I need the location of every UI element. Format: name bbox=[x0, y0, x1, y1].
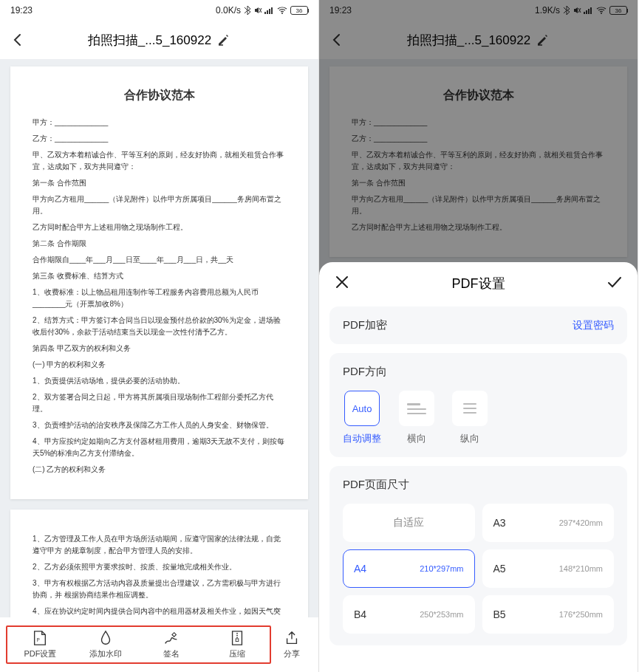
mute-icon bbox=[253, 6, 262, 15]
encrypt-label: PDF加密 bbox=[343, 318, 387, 332]
doc-area[interactable]: 合作协议范本 甲方：_____________乙方：_____________甲… bbox=[0, 59, 318, 617]
page-title: 拍照扫描_...5_160922 bbox=[27, 32, 292, 49]
bb-pdf-settings[interactable]: P PDF设置 bbox=[7, 630, 73, 659]
encrypt-set-password[interactable]: 设置密码 bbox=[573, 319, 614, 332]
pagesize-name: B4 bbox=[354, 608, 366, 620]
pagesize-name: A5 bbox=[493, 563, 506, 575]
doc-line: 3、甲方有权根据乙方活动内容及质量提出合理建议，乙方需积极与甲方进行协商，并 根… bbox=[33, 577, 286, 601]
pagesize-name: B5 bbox=[493, 608, 506, 620]
doc-line: 4、应在协议约定时间内提供合同内容中的租用器材及相关作业，如因天气突变及不可抗力 bbox=[33, 606, 286, 617]
pdf-icon: P bbox=[32, 630, 48, 646]
pagesize-dim: 148*210mm bbox=[559, 564, 603, 573]
doc-line: 第三条 收费标准、结算方式 bbox=[33, 270, 286, 282]
svg-rect-3 bbox=[271, 7, 273, 14]
phone-right: 19:23 1.9K/s 36 拍照扫描_...5_160922 合作协议范本 … bbox=[319, 0, 638, 672]
orientation-box-icon bbox=[399, 391, 434, 426]
pagesize-a3[interactable]: A3297*420mm bbox=[482, 504, 615, 542]
doc-line: 第四条 甲乙双方的权利和义务 bbox=[33, 343, 286, 354]
pagesize-auto[interactable]: 自适应 bbox=[343, 504, 475, 542]
pagesize-b4[interactable]: B4250*253mm bbox=[343, 595, 475, 634]
water-icon bbox=[98, 630, 114, 646]
pagesize-name: A4 bbox=[354, 563, 366, 575]
check-icon bbox=[606, 274, 623, 290]
close-icon bbox=[334, 274, 350, 290]
phone-left: 19:23 0.0K/s 36 拍照扫描_...5_160922 合作协议范本 … bbox=[0, 0, 319, 672]
orientation-option-label: 自动调整 bbox=[343, 432, 381, 445]
orientation-box-icon: Auto bbox=[344, 391, 380, 426]
doc-line: 甲、乙双方本着精诚合作、平等互利的原则，经友好协商，就相关租赁合作事宜，达成如下… bbox=[33, 149, 286, 173]
pagesize-dim: 176*250mm bbox=[559, 610, 603, 619]
doc-line: 合作期限自____年___月___日至____年___月___日，共__天 bbox=[33, 254, 286, 266]
status-time: 19:23 bbox=[10, 5, 33, 16]
status-bar: 19:23 0.0K/s 36 bbox=[0, 0, 318, 21]
battery-icon: 36 bbox=[290, 6, 308, 15]
doc-body: 甲方：_____________乙方：_____________甲、乙双方本着精… bbox=[33, 117, 286, 476]
edit-icon[interactable] bbox=[217, 33, 230, 47]
pagesize-a4[interactable]: A4210*297mm bbox=[343, 549, 475, 588]
doc-line: 2、结算方式：甲方签订本合同当日以现金预付总价款的30%为定金，进场验收后付30… bbox=[33, 315, 286, 338]
doc-line: 1、负责提供活动场地，提供必要的活动协助。 bbox=[33, 375, 286, 387]
bb-signature[interactable]: 签名 bbox=[139, 630, 205, 659]
doc-line: 1、收费标准：以上物品租用连制作等工程服务内容费用总额为人民币________元… bbox=[33, 287, 286, 310]
doc-line: (二) 乙方的权利和义务 bbox=[33, 464, 286, 476]
doc-line: 甲方：_____________ bbox=[33, 117, 286, 128]
orientation-box-icon bbox=[452, 391, 488, 426]
status-icons bbox=[244, 6, 287, 15]
doc-line: 乙方：_____________ bbox=[33, 133, 286, 145]
doc-line: (一) 甲方的权利和义务 bbox=[33, 359, 286, 371]
svg-rect-0 bbox=[264, 12, 266, 14]
confirm-button[interactable] bbox=[606, 274, 623, 293]
doc-line: 第一条 合作范围 bbox=[33, 177, 286, 189]
svg-rect-2 bbox=[269, 9, 270, 14]
sheet-title: PDF设置 bbox=[452, 275, 505, 292]
orientation-option-v[interactable]: 纵向 bbox=[452, 391, 488, 445]
card-orientation: PDF方向 Auto自动调整横向纵向 bbox=[329, 353, 627, 457]
signal-icon bbox=[264, 7, 275, 14]
svg-rect-6 bbox=[236, 639, 239, 642]
pagesize-dim: 210*297mm bbox=[420, 564, 463, 573]
doc-page-1: 合作协议范本 甲方：_____________乙方：_____________甲… bbox=[10, 66, 308, 499]
bb-compress[interactable]: 压缩 bbox=[204, 630, 270, 659]
bottom-bar: P PDF设置 添加水印 签名 压缩 分享 bbox=[3, 620, 315, 669]
svg-rect-1 bbox=[267, 10, 268, 14]
sign-icon bbox=[163, 630, 180, 646]
doc-line: 乙方同时配合甲方上述租用物之现场制作工程。 bbox=[33, 222, 286, 233]
doc-line: 2、乙方必须依照甲方要求按时、按质、按量地完成相关作业。 bbox=[33, 561, 286, 573]
pagesize-a5[interactable]: A5148*210mm bbox=[482, 549, 615, 588]
doc-title: 合作协议范本 bbox=[33, 86, 286, 105]
doc-line: 甲方向乙方租用______（详见附件）以作甲方所属项目______务房间布置之用… bbox=[33, 193, 286, 217]
card-pagesize: PDF页面尺寸 自适应A3297*420mmA4210*297mmA5148*2… bbox=[329, 466, 627, 645]
doc-line: 1、乙方管理及工作人员在甲方场所活动期间，应遵守国家的法律法规，自觉遵守甲方 的… bbox=[33, 533, 286, 557]
close-button[interactable] bbox=[334, 274, 350, 293]
pdf-settings-sheet: PDF设置 PDF加密 设置密码 PDF方向 Auto自动调整横向纵向 PDF页… bbox=[319, 262, 638, 672]
doc-body-2: 1、乙方管理及工作人员在甲方场所活动期间，应遵守国家的法律法规，自觉遵守甲方 的… bbox=[33, 533, 286, 617]
pagesize-dim: 297*420mm bbox=[559, 518, 603, 527]
bb-share[interactable]: 分享 bbox=[271, 630, 312, 659]
bottom-bar-main: P PDF设置 添加水印 签名 压缩 bbox=[6, 625, 271, 664]
bluetooth-icon bbox=[244, 6, 251, 15]
bb-watermark[interactable]: 添加水印 bbox=[73, 630, 139, 659]
status-net: 0.0K/s bbox=[216, 5, 241, 16]
doc-line: 3、负责维护活动的治安秩序及保障乙方工作人员的人身安全、财物保管。 bbox=[33, 419, 286, 431]
doc-line: 4、甲方应按约定如期向乙方支付器材租用费用，逾期3天无故不支付，则按每天5%的标… bbox=[33, 436, 286, 459]
orientation-option-label: 纵向 bbox=[460, 432, 479, 445]
pagesize-b5[interactable]: B5176*250mm bbox=[482, 595, 615, 634]
card-encrypt: PDF加密 设置密码 bbox=[329, 306, 627, 344]
doc-page-2: 1、乙方管理及工作人员在甲方场所活动期间，应遵守国家的法律法规，自觉遵守甲方 的… bbox=[10, 510, 308, 617]
doc-line: 2、双方签署合同之日起，甲方将其所属项目现场制作工程部分委托乙方代理。 bbox=[33, 391, 286, 415]
orientation-option-h[interactable]: 横向 bbox=[399, 391, 434, 445]
pagesize-dim: 250*253mm bbox=[420, 610, 463, 619]
svg-text:P: P bbox=[37, 637, 40, 642]
back-button[interactable] bbox=[9, 31, 27, 49]
header-bar: 拍照扫描_...5_160922 bbox=[0, 21, 318, 59]
orientation-label: PDF方向 bbox=[343, 365, 614, 379]
pagesize-label: PDF页面尺寸 bbox=[343, 478, 614, 492]
chevron-left-icon bbox=[10, 32, 25, 47]
wifi-icon bbox=[277, 7, 287, 14]
share-icon bbox=[284, 630, 300, 646]
compress-icon bbox=[229, 630, 245, 646]
orientation-option-auto[interactable]: Auto自动调整 bbox=[343, 391, 381, 445]
svg-point-4 bbox=[281, 13, 283, 14]
pagesize-name: A3 bbox=[493, 517, 506, 529]
doc-line: 第二条 合作期限 bbox=[33, 238, 286, 250]
